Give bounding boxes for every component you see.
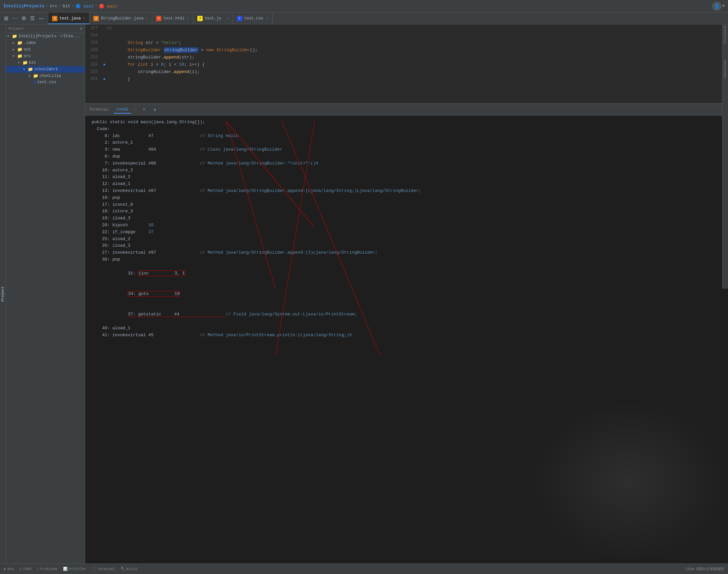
project-text: Project	[1, 286, 5, 301]
java-icon: J	[52, 16, 57, 21]
terminal-tab-local[interactable]: Local	[114, 106, 131, 114]
csdn-watermark: CSDN @面向丈母娘编程	[685, 566, 724, 571]
tree-label-testcss: test.css	[37, 80, 56, 85]
status-run[interactable]: ▶ Run	[4, 567, 14, 571]
terminal-line-10: 13: invokevirtual #87 // Method java/lan…	[92, 188, 721, 195]
tree-label-root: IntellijProjects ~/Inte...	[18, 34, 80, 39]
tree-item-bit[interactable]: ▼ 📁 bit	[6, 59, 85, 66]
status-bar: ▶ Run ☑ TODO ⚠ Problems 📊 Profiler ⬛ Ter…	[0, 564, 728, 574]
tab-settings[interactable]: ⚙	[20, 14, 28, 22]
folder-icon-out: 📁	[17, 47, 22, 52]
tab-html-close[interactable]: ✕	[187, 16, 189, 21]
favorites-panel-btn[interactable]: Favorites	[723, 60, 727, 78]
breadcrumb-project[interactable]: IntellijProjects	[3, 4, 45, 9]
tab-test-js[interactable]: J test.js ✕	[193, 12, 233, 24]
status-profiler[interactable]: 📊 Profiler	[63, 567, 86, 571]
breadcrumb-main[interactable]: 🔴 main	[99, 4, 117, 9]
tree-item-testcss[interactable]: ■ test.css	[6, 79, 85, 85]
tree-item-src[interactable]: ▼ 📁 src	[6, 53, 85, 59]
status-build[interactable]: 🔨 Build	[121, 567, 137, 571]
editor-section: 217 // 218 219 String str = "hell	[85, 25, 728, 564]
top-bar-right: 👤 ▼	[712, 2, 725, 11]
sidebar: Project ⚙ ▼ 📁 IntellijProjects ~/Inte...…	[6, 25, 85, 564]
code-editor[interactable]: 217 // 218 219 String str = "hell	[85, 25, 728, 104]
java-icon-sb: J	[93, 16, 99, 21]
tree-item-idea[interactable]: ▶ 📁 .idea	[6, 40, 85, 46]
terminal-line-7: 10: astore_2	[92, 167, 721, 174]
todo-label: TODO	[23, 567, 31, 571]
terminal-line-8: 11: aload_2	[92, 174, 721, 181]
terminal-tab-add[interactable]: +	[140, 106, 148, 113]
folder-icon-idea: 📁	[17, 40, 22, 46]
tab-js-close[interactable]: ✕	[226, 16, 229, 21]
terminal-line-14: 19: iload_3	[92, 215, 721, 222]
tree-label-schoolwork: schoolWork	[34, 67, 58, 72]
tab-html-label: test.html	[163, 16, 185, 21]
tab-test-java-label: test.java	[59, 16, 81, 21]
terminal-line-4: 3: new #84 // class java/lang/StringBuil…	[92, 146, 721, 153]
code-line-219: 219 String str = "hello";	[85, 39, 728, 46]
terminal-line-0: public static void main(java.lang.String…	[92, 119, 721, 126]
tab-minimize[interactable]: —	[37, 15, 45, 22]
code-line-217: 217 //	[85, 25, 728, 32]
tab-recent-files[interactable]: ⊞	[3, 14, 10, 22]
code-line-224: 224 ◆ }	[85, 75, 728, 83]
tab-test-java-close[interactable]: ✕	[83, 16, 85, 21]
tree-label-idea: .idea	[24, 41, 36, 45]
code-line-218: 218	[85, 32, 728, 39]
avatar[interactable]: 👤	[712, 2, 721, 11]
css-icon: C	[237, 16, 242, 21]
dropdown-arrow[interactable]: ▼	[722, 4, 725, 9]
tab-test-html[interactable]: H test.html ✕	[152, 12, 193, 24]
terminal-content[interactable]: public static void main(java.lang.String…	[85, 116, 728, 564]
tab-css-close[interactable]: ✕	[266, 16, 268, 21]
problems-icon: ⚠	[37, 567, 39, 571]
folder-icon-chenlijia: 📁	[33, 73, 38, 79]
terminal-line-5: 6: dup	[92, 153, 721, 160]
js-icon: J	[197, 16, 202, 21]
run-label: Run	[8, 567, 14, 571]
top-bar: IntellijProjects > src > bit > 🔵 test > …	[0, 0, 728, 12]
code-line-220: 220 StringBuilder stringBuilder = new St…	[85, 46, 728, 53]
tree-item-schoolwork[interactable]: ▼ 📁 schoolWork	[6, 66, 85, 73]
terminal-status-label: Terminal	[98, 567, 115, 571]
tab-js-label: test.js	[204, 16, 221, 21]
tree-item-chenlijia[interactable]: ▼ 📁 chenLiJia	[6, 73, 85, 79]
terminal-line-17: 25: aload_2	[92, 236, 721, 243]
code-line-223: 223 stringBuilder.append(i);	[85, 68, 728, 75]
tree-item-root[interactable]: ▼ 📁 IntellijProjects ~/Inte...	[6, 33, 85, 40]
terminal-line-23: 37: getstatic #4 // Field java/lang/Syst…	[92, 304, 721, 325]
tabs-container: J test.java ✕ J StringBuilder.java ✕ H t…	[48, 12, 728, 24]
todo-icon: ☑	[19, 567, 21, 571]
project-panel-label[interactable]: Project	[0, 25, 6, 564]
build-label: Build	[126, 567, 137, 571]
breadcrumb-test[interactable]: 🔵 test	[76, 4, 94, 9]
tab-test-java[interactable]: J test.java ✕	[48, 12, 89, 24]
terminal-line-13: 18: istore_3	[92, 208, 721, 215]
tab-stringbuilder-java[interactable]: J StringBuilder.java ✕	[89, 12, 152, 24]
code-line-222: 222 ◆ for (int i = 0; i < 10; i++) {	[85, 61, 728, 68]
tab-css-label: test.css	[244, 16, 263, 21]
folder-icon-bit: 📁	[22, 60, 28, 66]
status-terminal[interactable]: ⬛ Terminal	[92, 567, 115, 571]
tab-test-css[interactable]: C test.css ✕	[233, 12, 273, 24]
code-line-221: 221 stringBuilder.append(str);	[85, 53, 728, 61]
terminal-line-16: 22: if_icmpge 37	[92, 229, 721, 236]
terminal-line-9: 12: aload_1	[92, 181, 721, 188]
run-icon: ▶	[4, 567, 6, 571]
status-todo[interactable]: ☑ TODO	[19, 567, 31, 571]
breadcrumb-src[interactable]: src	[50, 4, 57, 9]
terminal-line-6: 7: invokespecial #86 // Method java/lang…	[92, 160, 721, 167]
tab-split[interactable]: ☰	[29, 14, 36, 22]
terminal-line-19: 27: invokevirtual #97 // Method java/lan…	[92, 249, 721, 256]
tab-sb-close[interactable]: ✕	[145, 16, 148, 21]
tab-scroll-left[interactable]: ⋯	[11, 14, 19, 22]
tab-bar-controls: ⊞ ⋯ ⚙ ☰ —	[0, 12, 48, 24]
terminal-line-18: 26: iload_3	[92, 242, 721, 249]
breadcrumb-bit[interactable]: bit	[63, 4, 70, 9]
status-problems[interactable]: ⚠ Problems	[37, 567, 57, 571]
terminal-tab-dropdown[interactable]: ∨	[151, 106, 159, 114]
tree-item-out[interactable]: ▶ 📁 out	[6, 46, 85, 53]
folder-icon-src: 📁	[17, 53, 22, 59]
structure-panel-btn[interactable]: Structure	[723, 26, 727, 44]
